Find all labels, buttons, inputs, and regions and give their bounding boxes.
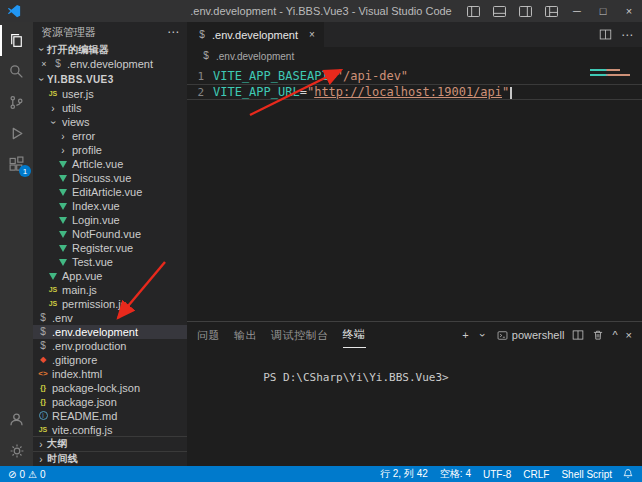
status-item[interactable]: CRLF — [523, 469, 549, 480]
tree-item[interactable]: Article.vue — [33, 157, 187, 171]
code-line[interactable]: 1VITE_APP_BASEAPI="/api-dev" — [187, 68, 642, 84]
panel: 问题输出调试控制台终端 + › powershell ^ × — [187, 321, 642, 466]
vue-file-icon — [59, 245, 67, 252]
vue-file-icon — [59, 217, 67, 224]
tree-item[interactable]: Test.vue — [33, 255, 187, 269]
split-terminal-icon[interactable] — [572, 329, 584, 341]
kill-terminal-icon[interactable] — [592, 329, 604, 341]
tree-item-label: error — [72, 130, 95, 142]
tree-item-label: package.json — [52, 396, 117, 408]
open-editor-label: .env.development — [67, 58, 153, 70]
panel-tab[interactable]: 输出 — [234, 322, 257, 348]
close-button[interactable]: × — [616, 0, 642, 22]
extensions-icon[interactable]: 1 — [0, 149, 33, 180]
chevron-right-icon: › — [57, 131, 69, 142]
minimap-line — [590, 74, 630, 76]
toggle-panel-icon[interactable] — [486, 0, 512, 22]
tree-item[interactable]: iREADME.md — [33, 409, 187, 423]
powershell-icon — [497, 330, 508, 341]
tree-item[interactable]: App.vue — [33, 269, 187, 283]
breadcrumb-item[interactable]: .env.development — [216, 51, 294, 62]
tree-item[interactable]: ›profile — [33, 143, 187, 157]
code-area[interactable]: 1VITE_APP_BASEAPI="/api-dev"2VITE_APP_UR… — [187, 65, 642, 321]
tree-item[interactable]: Discuss.vue — [33, 171, 187, 185]
tree-item[interactable]: ◆.gitignore — [33, 353, 187, 367]
tree-item[interactable]: Register.vue — [33, 241, 187, 255]
text-cursor — [510, 87, 512, 99]
timeline-section[interactable]: › 时间线 — [33, 451, 187, 466]
tree-item[interactable]: JSvite.config.js — [33, 423, 187, 436]
open-editors-section[interactable]: › 打开的编辑器 — [33, 42, 187, 57]
panel-tab[interactable]: 终端 — [343, 322, 366, 348]
tree-item[interactable]: <>index.html — [33, 367, 187, 381]
tab-env-development[interactable]: $ .env.development × — [187, 22, 324, 47]
explorer-icon[interactable] — [0, 25, 33, 56]
more-actions-icon[interactable]: ⋯ — [167, 25, 179, 39]
toggle-sidebar-icon[interactable] — [460, 0, 486, 22]
error-icon: ⊘ — [8, 469, 16, 480]
tree-item[interactable]: ›utils — [33, 101, 187, 115]
split-editor-icon[interactable] — [599, 28, 612, 41]
shell-file-icon: $ — [37, 312, 49, 324]
outline-section[interactable]: › 大纲 — [33, 436, 187, 451]
maximize-button[interactable]: □ — [590, 0, 616, 22]
account-icon[interactable] — [0, 404, 33, 435]
more-actions-icon[interactable]: ⋯ — [621, 28, 633, 42]
panel-tab[interactable]: 调试控制台 — [271, 322, 329, 348]
source-control-icon[interactable] — [0, 87, 33, 118]
notifications-bell-icon[interactable] — [622, 468, 634, 480]
shell-file-icon: $ — [196, 29, 208, 41]
minimap[interactable] — [590, 69, 638, 79]
tree-item[interactable]: JSmain.js — [33, 283, 187, 297]
vscode-logo-icon — [7, 4, 21, 18]
tree-item-label: README.md — [52, 410, 117, 422]
tree-item[interactable]: EditArticle.vue — [33, 185, 187, 199]
terminal-dropdown-icon[interactable]: › — [477, 329, 489, 341]
vue-file-icon — [59, 161, 67, 168]
tree-item[interactable]: ›error — [33, 129, 187, 143]
new-terminal-icon[interactable]: + — [462, 329, 468, 341]
tree-item[interactable]: $.env.development — [33, 325, 187, 339]
js-file-icon: JS — [47, 88, 59, 100]
tree-item-label: profile — [72, 144, 102, 156]
settings-gear-icon[interactable] — [0, 435, 33, 466]
terminal-output[interactable]: PS D:\CSharp\Yi\Yi.BBS.Vue3> — [187, 348, 642, 466]
tree-item[interactable]: {}package-lock.json — [33, 381, 187, 395]
open-editors-label: 打开的编辑器 — [47, 43, 109, 57]
status-item[interactable]: UTF-8 — [483, 469, 511, 480]
open-editor-item[interactable]: × $ .env.development — [33, 57, 187, 71]
close-panel-icon[interactable]: × — [626, 329, 632, 341]
tree-item[interactable]: ›views — [33, 115, 187, 129]
tree-item[interactable]: $.env — [33, 311, 187, 325]
run-debug-icon[interactable] — [0, 118, 33, 149]
tree-item-label: App.vue — [62, 270, 102, 282]
tree-item[interactable]: JSuser.js — [33, 87, 187, 101]
toggle-secondary-sidebar-icon[interactable] — [512, 0, 538, 22]
status-item[interactable]: Shell Script — [561, 469, 612, 480]
minimize-button[interactable]: ─ — [564, 0, 590, 22]
tree-item[interactable]: {}package.json — [33, 395, 187, 409]
tree-item[interactable]: $.env.production — [33, 339, 187, 353]
tree-item[interactable]: Index.vue — [33, 199, 187, 213]
code-line[interactable]: 2VITE_APP_URL="http://localhost:19001/ap… — [187, 84, 642, 100]
close-editor-icon[interactable]: × — [39, 59, 49, 69]
code-token: " — [502, 85, 509, 99]
customize-layout-icon[interactable] — [538, 0, 564, 22]
breadcrumb[interactable]: $ .env.development — [187, 47, 642, 65]
shell-file-icon: $ — [37, 326, 49, 338]
warning-icon: ⚠ — [28, 469, 37, 480]
maximize-panel-icon[interactable]: ^ — [612, 329, 617, 341]
problems-status[interactable]: ⊘ 0 ⚠ 0 — [8, 469, 45, 480]
tree-item[interactable]: JSpermission.js — [33, 297, 187, 311]
panel-tab[interactable]: 问题 — [197, 322, 220, 348]
project-section[interactable]: › YI.BBS.VUE3 — [33, 71, 187, 87]
status-item[interactable]: 空格: 4 — [440, 467, 471, 481]
close-tab-icon[interactable]: × — [309, 29, 315, 40]
tree-item[interactable]: NotFound.vue — [33, 227, 187, 241]
tree-item[interactable]: Login.vue — [33, 213, 187, 227]
tree-item-label: .env — [52, 312, 73, 324]
search-icon[interactable] — [0, 56, 33, 87]
status-item[interactable]: 行 2, 列 42 — [380, 467, 428, 481]
code-token: http://localhost:19001/api — [314, 85, 502, 99]
shell-selector[interactable]: powershell — [497, 329, 565, 341]
